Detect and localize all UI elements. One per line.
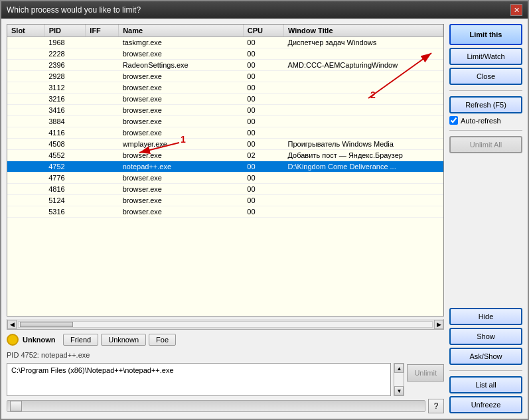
slider-thumb[interactable]	[10, 401, 22, 411]
table-cell: browser.exe	[119, 105, 244, 116]
status-buttons: Friend Unknown Foe	[63, 334, 176, 346]
table-cell	[86, 105, 119, 116]
unlimit-button[interactable]: Unlimit	[407, 364, 444, 382]
table-row[interactable]: 4508wmplayer.exe00Проигрыватель Windows …	[7, 139, 443, 150]
table-header: Slot PID IFF Name CPU Window Title	[7, 25, 443, 37]
ask-show-button[interactable]: Ask/Show	[449, 348, 522, 365]
auto-refresh-row: Auto-refresh	[449, 116, 522, 125]
process-table: Slot PID IFF Name CPU Window Title 1968t…	[7, 25, 443, 218]
unfreeze-button[interactable]: Unfreeze	[449, 396, 522, 413]
table-cell	[284, 48, 443, 60]
table-cell: browser.exe	[119, 195, 244, 206]
table-cell	[7, 206, 44, 218]
close-window-button[interactable]: ✕	[510, 4, 522, 16]
table-cell: 00	[243, 184, 283, 195]
table-cell: RadeonSettings.exe	[119, 60, 244, 71]
table-row[interactable]: 3884browser.exe00	[7, 116, 443, 127]
table-cell: 00	[243, 48, 283, 60]
table-row[interactable]: 3416browser.exe00	[7, 105, 443, 116]
list-all-button[interactable]: List all	[449, 376, 522, 393]
table-cell: 4752	[44, 161, 86, 173]
table-row[interactable]: 3216browser.exe00	[7, 94, 443, 105]
table-cell: 00	[243, 139, 283, 150]
path-scroll-down[interactable]: ▼	[394, 386, 404, 395]
table-cell: 3216	[44, 94, 86, 105]
table-cell: wmplayer.exe	[119, 139, 244, 150]
table-cell	[7, 71, 44, 82]
show-button[interactable]: Show	[449, 328, 522, 345]
table-row[interactable]: 4816browser.exe00	[7, 184, 443, 195]
limit-this-button[interactable]: Limit this	[449, 24, 522, 45]
path-scroll-up[interactable]: ▲	[394, 364, 404, 373]
path-area: C:\Program Files (x86)\Notepad++\notepad…	[7, 363, 444, 396]
main-window: Which process would you like to limit? ✕…	[0, 0, 529, 420]
table-cell	[86, 127, 119, 139]
table-cell: 00	[243, 173, 283, 184]
table-cell: 4116	[44, 127, 86, 139]
table-row[interactable]: 2228browser.exe00	[7, 48, 443, 60]
separator-2	[449, 130, 522, 131]
slider-track[interactable]	[7, 400, 425, 412]
table-cell: browser.exe	[119, 206, 244, 218]
question-button[interactable]: ?	[428, 399, 444, 413]
horizontal-scrollbar[interactable]: ◀ ▶	[7, 319, 444, 330]
close-button[interactable]: Close	[449, 68, 522, 85]
table-row[interactable]: 5316browser.exe00	[7, 206, 443, 218]
table-cell	[86, 184, 119, 195]
table-row[interactable]: 5124browser.exe00	[7, 195, 443, 206]
table-cell	[284, 116, 443, 127]
table-cell	[7, 195, 44, 206]
col-slot[interactable]: Slot	[7, 25, 44, 37]
hide-button[interactable]: Hide	[449, 308, 522, 325]
scroll-right-btn[interactable]: ▶	[434, 320, 443, 329]
spacer	[449, 156, 522, 305]
titlebar: Which process would you like to limit? ✕	[1, 1, 528, 19]
scroll-left-btn[interactable]: ◀	[7, 320, 17, 329]
table-row[interactable]: 4776browser.exe00	[7, 173, 443, 184]
table-row[interactable]: 3112browser.exe00	[7, 82, 443, 94]
table-cell	[86, 161, 119, 173]
table-cell: 00	[243, 60, 283, 71]
table-row[interactable]: 1968taskmgr.exe00Диспетчер задач Windows	[7, 37, 443, 48]
table-row[interactable]: 4116browser.exe00	[7, 127, 443, 139]
table-cell: 00	[243, 94, 283, 105]
unlimit-all-button[interactable]: Unlimit All	[449, 136, 522, 153]
pid-info: PID 4752: notepad++.exe	[7, 350, 444, 360]
right-panel: Limit this Limit/Watch Close Refresh (F5…	[449, 24, 522, 413]
auto-refresh-checkbox[interactable]	[449, 116, 458, 125]
table-cell: 3112	[44, 82, 86, 94]
table-cell	[284, 71, 443, 82]
h-scroll-thumb[interactable]	[20, 322, 73, 327]
table-row[interactable]: 2928browser.exe00	[7, 71, 443, 82]
table-cell: browser.exe	[119, 94, 244, 105]
table-cell	[7, 105, 44, 116]
col-name[interactable]: Name	[119, 25, 244, 37]
friend-button[interactable]: Friend	[63, 334, 98, 346]
status-dot	[7, 334, 19, 346]
table-cell	[7, 127, 44, 139]
foe-button[interactable]: Foe	[149, 334, 176, 346]
col-cpu[interactable]: CPU	[243, 25, 283, 37]
table-cell: AMD:CCC-AEMCapturingWindow	[284, 60, 443, 71]
table-cell: 00	[243, 127, 283, 139]
process-table-container: Slot PID IFF Name CPU Window Title 1968t…	[7, 24, 444, 316]
table-row[interactable]: 4752notepad++.exe00D:\Kingdom Come Deliv…	[7, 161, 443, 173]
col-pid[interactable]: PID	[44, 25, 86, 37]
table-cell	[284, 206, 443, 218]
table-cell	[86, 60, 119, 71]
table-cell	[284, 127, 443, 139]
table-cell	[86, 82, 119, 94]
refresh-button[interactable]: Refresh (F5)	[449, 96, 522, 113]
process-table-scroll[interactable]: Slot PID IFF Name CPU Window Title 1968t…	[7, 25, 443, 316]
table-cell: 5124	[44, 195, 86, 206]
table-row[interactable]: 2396RadeonSettings.exe00AMD:CCC-AEMCaptu…	[7, 60, 443, 71]
col-iff[interactable]: IFF	[86, 25, 119, 37]
unknown-button[interactable]: Unknown	[101, 334, 146, 346]
table-cell	[7, 60, 44, 71]
limit-watch-button[interactable]: Limit/Watch	[449, 48, 522, 65]
table-cell: browser.exe	[119, 173, 244, 184]
col-window-title[interactable]: Window Title	[284, 25, 443, 37]
table-row[interactable]: 4552browser.exe02Добавить пост — Яндекс.…	[7, 150, 443, 161]
table-cell: browser.exe	[119, 127, 244, 139]
table-body: 1968taskmgr.exe00Диспетчер задач Windows…	[7, 37, 443, 218]
